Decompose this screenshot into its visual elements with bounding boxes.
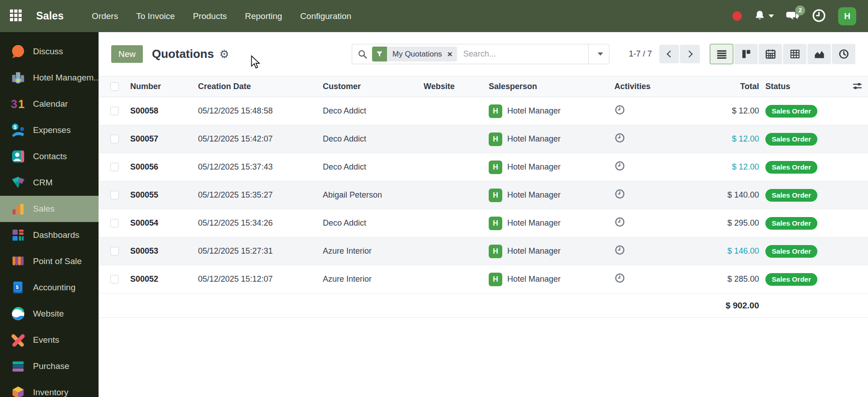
sidebar-item-events[interactable]: Events <box>0 327 99 353</box>
quotation-number: S00058 <box>130 97 198 125</box>
new-button[interactable]: New <box>111 45 143 63</box>
sidebar-item-expenses[interactable]: $ Expenses <box>0 117 99 143</box>
row-checkbox[interactable] <box>110 191 119 199</box>
graph-view-button[interactable] <box>807 44 831 64</box>
column-header-total[interactable]: Total <box>677 82 759 91</box>
optional-columns-button[interactable] <box>852 80 863 93</box>
pager-previous-button[interactable] <box>659 45 679 63</box>
pivot-view-button[interactable] <box>783 44 807 64</box>
sliders-icon <box>852 80 863 92</box>
website-cell <box>424 237 489 265</box>
menu-products[interactable]: Products <box>187 8 233 25</box>
remove-filter-button[interactable]: × <box>447 50 457 58</box>
search-bar[interactable]: My Quotations × <box>352 44 609 64</box>
sidebar-item-dashboards[interactable]: Dashboards <box>0 222 99 248</box>
schedule-activity-clock-icon[interactable] <box>614 273 625 286</box>
column-header-creation-date[interactable]: Creation Date <box>198 82 323 91</box>
quotations-list: Number Creation Date Customer Website Sa… <box>99 76 868 318</box>
sidebar-item-accounting[interactable]: $ Accounting <box>0 274 99 301</box>
calendar-view-button[interactable] <box>759 44 782 64</box>
list-view-button[interactable] <box>710 44 733 64</box>
table-row[interactable]: S00056 05/12/2025 15:37:43 Deco Addict H… <box>99 153 868 181</box>
crm-icon <box>10 175 26 191</box>
kanban-view-button[interactable] <box>734 44 758 64</box>
schedule-activity-clock-icon[interactable] <box>614 245 625 258</box>
column-header-number[interactable]: Number <box>130 82 198 91</box>
activity-view-icon <box>838 48 850 60</box>
current-app-name: Sales <box>36 10 64 22</box>
sidebar-item-sales[interactable]: Sales <box>0 196 99 222</box>
website-cell <box>424 125 489 153</box>
row-checkbox[interactable] <box>110 163 119 171</box>
search-options-toggle[interactable] <box>588 44 609 64</box>
creation-date: 05/12/2025 15:35:27 <box>198 181 323 209</box>
row-checkbox[interactable] <box>110 275 119 284</box>
activities-systray-button[interactable] <box>811 8 826 24</box>
pager-next-button[interactable] <box>680 45 700 63</box>
schedule-activity-clock-icon[interactable] <box>614 217 625 230</box>
filter-facet[interactable]: My Quotations × <box>372 47 457 61</box>
customer-name: Azure Interior <box>323 237 424 265</box>
search-input[interactable] <box>457 49 588 59</box>
notifications-button[interactable] <box>754 9 774 23</box>
menu-to-invoice[interactable]: To Invoice <box>130 8 181 25</box>
contacts-icon <box>10 148 26 165</box>
sidebar-item-inventory[interactable]: Inventory <box>0 379 99 397</box>
activity-view-button[interactable] <box>832 44 855 64</box>
menu-configuration[interactable]: Configuration <box>294 8 358 25</box>
apps-menu-button[interactable] <box>0 0 32 32</box>
svg-text:1: 1 <box>18 98 24 110</box>
column-header-salesperson[interactable]: Salesperson <box>489 82 609 91</box>
row-checkbox[interactable] <box>110 219 119 227</box>
sidebar-item-purchase[interactable]: Purchase <box>0 353 99 379</box>
sidebar-item-contacts[interactable]: Contacts <box>0 143 99 170</box>
sidebar-item-calendar[interactable]: 31 Calendar <box>0 91 99 117</box>
calendar-icon: 31 <box>10 96 26 112</box>
total-sum: $ 902.00 <box>677 301 759 311</box>
salesperson-avatar: H <box>489 245 502 258</box>
website-cell <box>424 209 489 237</box>
quotation-number: S00056 <box>130 153 198 181</box>
table-row[interactable]: S00052 05/12/2025 15:12:07 Azure Interio… <box>99 265 868 293</box>
column-header-activities[interactable]: Activities <box>609 82 677 91</box>
total-amount: $ 12.00 <box>677 153 759 181</box>
row-checkbox[interactable] <box>110 247 119 255</box>
schedule-activity-clock-icon[interactable] <box>614 161 625 174</box>
column-header-customer[interactable]: Customer <box>323 82 424 91</box>
column-header-website[interactable]: Website <box>424 82 489 91</box>
schedule-activity-clock-icon[interactable] <box>614 189 625 202</box>
status-badge: Sales Order <box>765 105 817 118</box>
sidebar-item-hotel-managem[interactable]: Hotel Managem... <box>0 65 99 91</box>
column-header-status[interactable]: Status <box>759 82 847 91</box>
total-amount: $ 146.00 <box>677 237 759 265</box>
filter-facet-label: My Quotations <box>387 50 447 59</box>
sidebar-item-point-of-sale[interactable]: Point of Sale <box>0 248 99 274</box>
messages-button[interactable]: 2 <box>786 9 800 24</box>
table-row[interactable]: S00055 05/12/2025 15:35:27 Abigail Peter… <box>99 181 868 209</box>
row-checkbox[interactable] <box>110 107 119 115</box>
filter-funnel-icon <box>372 47 387 61</box>
table-row[interactable]: S00057 05/12/2025 15:42:07 Deco Addict H… <box>99 125 868 153</box>
app-menus: Orders To Invoice Products Reporting Con… <box>85 8 358 25</box>
gear-icon[interactable]: ⚙ <box>219 49 229 60</box>
select-all-checkbox[interactable] <box>110 82 119 91</box>
table-row[interactable]: S00054 05/12/2025 15:34:26 Deco Addict H… <box>99 209 868 237</box>
schedule-activity-clock-icon[interactable] <box>614 132 625 146</box>
row-checkbox[interactable] <box>110 135 119 143</box>
sidebar-item-website[interactable]: Website <box>0 301 99 327</box>
table-row[interactable]: S00058 05/12/2025 15:48:58 Deco Addict H… <box>99 97 868 125</box>
status-badge: Sales Order <box>765 273 817 286</box>
salesperson-avatar: H <box>489 132 502 146</box>
creation-date: 05/12/2025 15:37:43 <box>198 153 323 181</box>
sidebar-item-crm[interactable]: CRM <box>0 170 99 196</box>
table-row[interactable]: S00053 05/12/2025 15:27:31 Azure Interio… <box>99 237 868 265</box>
menu-reporting[interactable]: Reporting <box>239 8 288 25</box>
sidebar-item-discuss[interactable]: Discuss <box>0 38 99 65</box>
systray: 2 H <box>732 7 868 25</box>
menu-orders[interactable]: Orders <box>85 8 124 25</box>
events-icon <box>10 332 26 348</box>
user-avatar[interactable]: H <box>838 7 856 25</box>
salesperson-avatar: H <box>489 217 502 230</box>
salesperson-name: Hotel Manager <box>507 274 561 284</box>
schedule-activity-clock-icon[interactable] <box>614 104 625 118</box>
